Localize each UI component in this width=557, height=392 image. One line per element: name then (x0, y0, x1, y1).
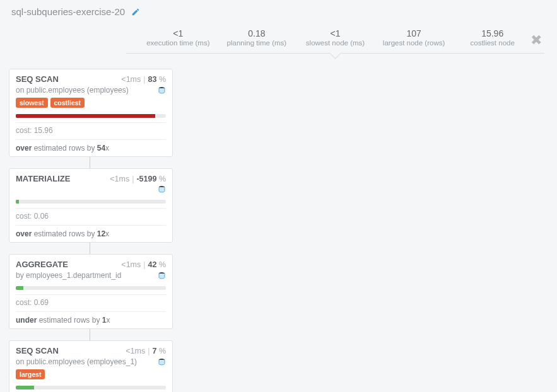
stat-value: <1 (139, 28, 218, 38)
cost-bar (16, 286, 166, 290)
tag-costliest: costliest (50, 98, 85, 108)
node-operation: SEQ SCAN (16, 74, 59, 84)
node-metrics: <1ms|83 % (121, 75, 166, 84)
stat-value: 0.18 (218, 28, 296, 38)
cost-bar (16, 114, 166, 118)
plan-node[interactable]: SEQ SCAN<1ms|83 %on public.employees (em… (9, 69, 173, 157)
database-icon (158, 185, 166, 193)
node-metrics: <1ms|42 % (121, 260, 166, 269)
tag-largest: largest (16, 369, 45, 379)
cost-bar (16, 386, 166, 389)
node-target: on public.employees (employees) (16, 86, 129, 95)
stat-label: costliest node (453, 39, 532, 47)
cost-line: cost: 0.06 (16, 212, 166, 221)
stat-value: 15.96 (453, 28, 532, 38)
stat-planning-time: 0.18 planning time (ms) (218, 28, 296, 47)
database-icon (158, 86, 166, 95)
node-operation: AGGREGATE (16, 260, 68, 269)
cost-line: cost: 0.69 (16, 298, 166, 307)
stat-label: slowest node (ms) (296, 39, 375, 47)
edit-icon[interactable] (131, 8, 140, 16)
node-target: by employees_1.department_id (16, 271, 121, 280)
node-connector (90, 157, 90, 168)
stat-value: <1 (296, 28, 375, 38)
page-title: sql-subqueries-exercise-20 (11, 6, 125, 17)
close-icon[interactable]: ✖ (531, 32, 542, 49)
stat-label: execution time (ms) (139, 39, 218, 47)
plan-node[interactable]: MATERIALIZE<1ms|-5199 %cost: 0.06over es… (9, 168, 173, 243)
database-icon (158, 272, 166, 280)
node-metrics: <1ms|7 % (126, 347, 166, 355)
stat-value: 107 (375, 28, 454, 38)
stats-bar: <1 execution time (ms) 0.18 planning tim… (126, 23, 544, 54)
node-connector (90, 243, 90, 254)
stat-label: planning time (ms) (218, 39, 296, 47)
stat-costliest-node: 15.96 costliest node (453, 28, 532, 47)
node-operation: MATERIALIZE (16, 174, 70, 183)
node-target: on public.employees (employees_1) (16, 357, 137, 366)
stat-slowest-node: <1 slowest node (ms) (296, 28, 375, 47)
estimate-line: under estimated rows by 1x (16, 316, 166, 325)
plan-node[interactable]: AGGREGATE<1ms|42 %by employees_1.departm… (9, 254, 173, 329)
cost-line: cost: 15.96 (16, 126, 166, 135)
node-connector (90, 329, 90, 340)
stat-largest-node: 107 largest node (rows) (375, 28, 454, 47)
node-metrics: <1ms|-5199 % (110, 175, 166, 183)
stat-execution-time: <1 execution time (ms) (139, 28, 218, 47)
database-icon (158, 358, 166, 366)
tag-slowest: slowest (16, 98, 48, 108)
stat-label: largest node (rows) (375, 39, 454, 47)
plan-tree: SEQ SCAN<1ms|83 %on public.employees (em… (9, 69, 173, 392)
estimate-line: over estimated rows by 12x (16, 229, 166, 238)
tag-row: slowestcostliest (16, 98, 166, 108)
node-operation: SEQ SCAN (16, 346, 59, 355)
tag-row: largest (16, 369, 166, 379)
estimate-line: over estimated rows by 54x (16, 144, 166, 153)
cost-bar (16, 200, 166, 204)
plan-node[interactable]: SEQ SCAN<1ms|7 %on public.employees (emp… (9, 340, 173, 392)
